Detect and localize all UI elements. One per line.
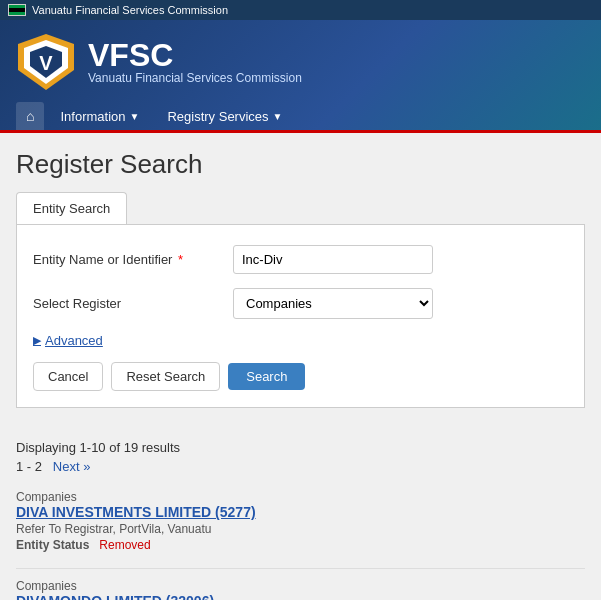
search-form: Entity Name or Identifier * Select Regis…	[16, 225, 585, 408]
pagination: 1 - 2 Next »	[16, 459, 585, 474]
logo-shield: V	[16, 32, 76, 92]
nav-registry-services-chevron: ▼	[273, 111, 283, 122]
top-bar-label: Vanuatu Financial Services Commission	[32, 4, 228, 16]
nav-registry-services-label: Registry Services	[167, 109, 268, 124]
entity-name-input[interactable]	[233, 245, 433, 274]
button-row: Cancel Reset Search Search	[33, 362, 568, 391]
result-name-1[interactable]: DIVA INVESTMENTS LIMITED (5277)	[16, 504, 585, 520]
nav-information[interactable]: Information ▼	[48, 103, 151, 130]
main-content: Register Search Entity Search Entity Nam…	[0, 133, 601, 424]
cancel-button[interactable]: Cancel	[33, 362, 103, 391]
result-status-1: Entity Status Removed	[16, 538, 585, 552]
result-item-2: Companies DIVAMONDO LIMITED (32006)	[16, 579, 585, 600]
tab-container: Entity Search	[16, 192, 585, 225]
entity-name-label: Entity Name or Identifier *	[33, 252, 233, 267]
flag-icon	[8, 4, 26, 16]
results-summary: Displaying 1-10 of 19 results	[16, 440, 585, 455]
result-item-1: Companies DIVA INVESTMENTS LIMITED (5277…	[16, 490, 585, 552]
result-status-label-1: Entity Status	[16, 538, 89, 552]
logo-text: VFSC Vanuatu Financial Services Commissi…	[88, 39, 302, 85]
nav-information-chevron: ▼	[130, 111, 140, 122]
result-type-1: Companies	[16, 490, 585, 504]
select-register-dropdown[interactable]: Companies Partnerships Associations Trus…	[233, 288, 433, 319]
select-register-label: Select Register	[33, 296, 233, 311]
advanced-arrow-icon: ▶	[33, 334, 41, 347]
result-divider-1	[16, 568, 585, 569]
nav-information-label: Information	[60, 109, 125, 124]
pagination-range: 1 - 2	[16, 459, 42, 474]
result-status-value-1: Removed	[99, 538, 150, 552]
top-bar: Vanuatu Financial Services Commission	[0, 0, 601, 20]
logo-subtitle: Vanuatu Financial Services Commission	[88, 71, 302, 85]
result-desc-1: Refer To Registrar, PortVila, Vanuatu	[16, 522, 585, 536]
reset-button[interactable]: Reset Search	[111, 362, 220, 391]
nav-registry-services[interactable]: Registry Services ▼	[155, 103, 294, 130]
result-type-2: Companies	[16, 579, 585, 593]
nav-home-button[interactable]: ⌂	[16, 102, 44, 130]
logo-area: V VFSC Vanuatu Financial Services Commis…	[16, 32, 585, 92]
search-button[interactable]: Search	[228, 363, 305, 390]
pagination-next[interactable]: Next »	[53, 459, 91, 474]
svg-text:V: V	[39, 52, 53, 74]
required-star: *	[178, 252, 183, 267]
result-name-2[interactable]: DIVAMONDO LIMITED (32006)	[16, 593, 585, 600]
page-title: Register Search	[16, 149, 585, 180]
nav-bar: ⌂ Information ▼ Registry Services ▼	[16, 102, 585, 130]
select-register-row: Select Register Companies Partnerships A…	[33, 288, 568, 319]
tab-entity-search-label: Entity Search	[33, 201, 110, 216]
advanced-label: Advanced	[45, 333, 103, 348]
tab-entity-search[interactable]: Entity Search	[16, 192, 127, 224]
logo-title: VFSC	[88, 39, 302, 71]
results-area: Displaying 1-10 of 19 results 1 - 2 Next…	[0, 424, 601, 600]
header: V VFSC Vanuatu Financial Services Commis…	[0, 20, 601, 130]
advanced-link[interactable]: ▶ Advanced	[33, 333, 568, 348]
entity-name-row: Entity Name or Identifier *	[33, 245, 568, 274]
